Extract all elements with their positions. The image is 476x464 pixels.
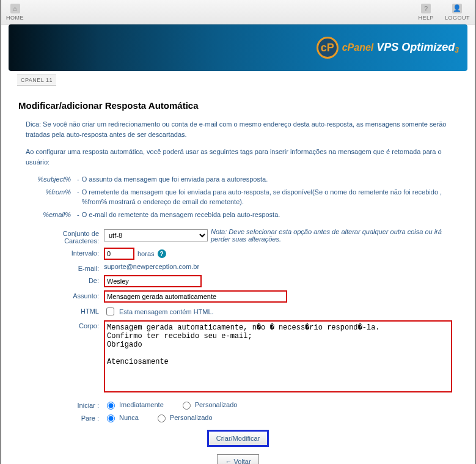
from-input[interactable] [104,275,202,287]
interval-label: Intervalo: [37,248,104,257]
intro-text: Ao configurar uma resposta automática, v… [26,147,458,167]
home-icon: ⌂ [10,4,20,13]
logout-label: LOGOUT [445,15,470,21]
tip-text: Dica: Se você não criar um redirecioname… [26,119,458,139]
brand-sub: 3 [455,46,459,54]
interval-input[interactable] [104,248,134,260]
tag-row: %from% - O remetente da mensagem que foi… [26,187,458,207]
page-title: Modificar/adicionar Resposta Automática [18,100,458,111]
tag-desc: O remetente da mensagem que foi enviada … [82,187,458,207]
top-navbar: ⌂ HOME ? HELP 👤 LOGOUT [1,0,475,24]
subject-input[interactable] [104,290,287,303]
email-value: suporte@newperception.com.br [104,263,199,270]
charset-note: Nota: Deve selecionar esta opção antes d… [211,228,458,243]
help-link[interactable]: ? HELP [418,4,434,21]
tag-desc: O e-mail do remetente da mensagem recebi… [82,210,280,220]
start-label: Iniciar : [37,400,104,409]
home-label: HOME [6,15,24,21]
start-immediate-radio[interactable]: Imediatamente [104,400,164,410]
stop-never-radio[interactable]: Nunca [104,413,139,422]
help-icon: ? [421,4,431,13]
interval-unit: horas [137,250,155,257]
help-label: HELP [418,15,434,21]
tag-label: %from% [26,187,75,207]
subject-label: Assunto: [37,290,104,300]
tag-label: %subject% [26,174,75,185]
tag-label: %email% [26,210,75,220]
create-modify-button[interactable]: Criar/Modificar [207,430,269,447]
charset-label: Conjunto de Caracteres: [37,228,104,245]
cpanel-logo-icon: cP [317,37,339,59]
brand-white: VPS Optimized [373,41,455,53]
breadcrumb: CPANEL 11 [17,75,56,86]
tag-row: %email% - O e-mail do remetente da mensa… [26,210,458,220]
stop-custom-radio[interactable]: Personalizado [155,413,213,422]
tag-row: %subject% - O assunto da mensagem que fo… [26,174,458,185]
tag-desc: O assunto da mensagem que foi enviada pa… [82,174,268,185]
charset-select[interactable]: utf-8 [104,229,208,241]
start-custom-radio[interactable]: Personalizado [180,400,238,410]
html-check-label: Esta mensagem contém HTML. [119,308,214,315]
body-label: Corpo: [37,320,104,330]
home-link[interactable]: ⌂ HOME [6,4,24,21]
from-label: De: [37,275,104,284]
html-label: HTML [37,306,104,315]
stop-label: Pare : [37,413,104,422]
html-checkbox[interactable] [106,307,114,315]
back-button[interactable]: ← Voltar [217,454,258,464]
tags-list: %subject% - O assunto da mensagem que fo… [26,174,458,219]
email-label: E-mail: [37,263,104,272]
logout-icon: 👤 [452,4,462,13]
logout-link[interactable]: 👤 LOGOUT [445,4,470,21]
body-textarea[interactable] [104,320,452,392]
brand-orange: cPanel [342,42,374,53]
interval-help-icon[interactable]: ? [158,249,166,258]
header-banner: cP cPanel VPS Optimized3 [9,24,467,71]
